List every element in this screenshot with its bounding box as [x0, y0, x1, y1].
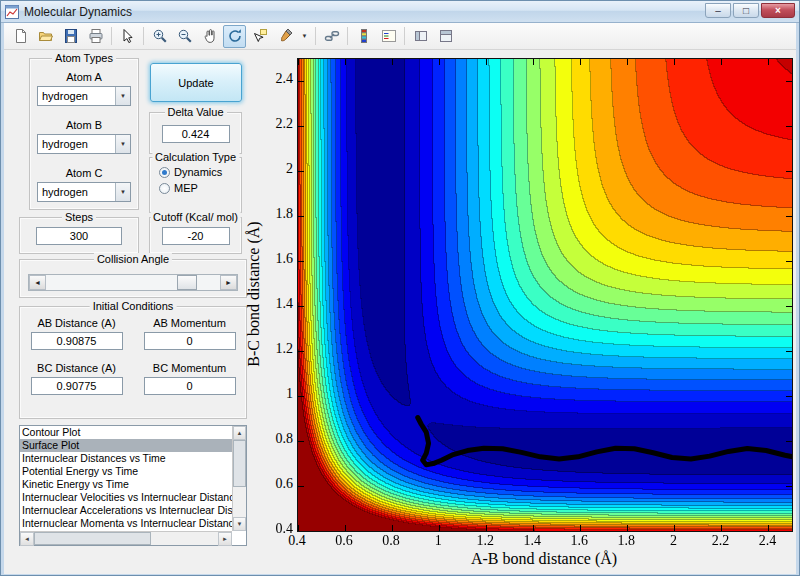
edit-plot-arrow-icon	[120, 28, 136, 44]
chevron-down-icon[interactable]: ▼	[115, 135, 130, 153]
list-item[interactable]: Surface Plot	[20, 439, 232, 452]
initial-conditions-panel: Initial Conditions AB Distance (A) AB Mo…	[19, 306, 247, 419]
legend-icon	[381, 28, 397, 44]
slider-thumb[interactable]	[177, 275, 197, 290]
delta-value-field[interactable]	[162, 125, 230, 143]
zoom-in-icon	[152, 28, 168, 44]
bc-momentum-field[interactable]	[144, 377, 236, 395]
pan-button[interactable]	[198, 25, 221, 48]
app-icon	[5, 5, 19, 19]
chevron-down-icon[interactable]: ▼	[115, 87, 130, 105]
atom-types-panel: Atom Types Atom A hydrogen ▼ Atom B hydr…	[29, 58, 139, 210]
edit-plot-button[interactable]	[116, 25, 139, 48]
window-title: Molecular Dynamics	[24, 5, 705, 19]
list-item[interactable]: Internuclear Accelerations vs Internucle…	[20, 504, 232, 517]
insert-legend-button[interactable]	[377, 25, 400, 48]
list-item[interactable]: Contour Plot	[20, 426, 232, 439]
figure-toolbar: ▼	[4, 23, 796, 50]
chevron-down-icon: ▼	[302, 33, 308, 39]
data-cursor-button[interactable]	[248, 25, 271, 48]
brush-button[interactable]	[273, 25, 296, 48]
radio-dot-icon	[159, 167, 170, 178]
x-tick-label: 1	[418, 533, 458, 549]
plot-type-list-items: Contour PlotSurface PlotInternuclear Dis…	[20, 426, 232, 531]
atom-a-select[interactable]: hydrogen ▼	[37, 86, 131, 106]
list-item[interactable]: Potential Energy vs Time	[20, 465, 232, 478]
zoom-in-button[interactable]	[148, 25, 171, 48]
slider-left-arrow-icon[interactable]: ◄	[29, 275, 46, 290]
y-tick-label: 2.2	[257, 116, 293, 132]
x-tick-label: 1.2	[465, 533, 505, 549]
radio-option-mep[interactable]: MEP	[159, 182, 241, 194]
pan-hand-icon	[202, 28, 218, 44]
list-item[interactable]: Internuclear Velocities vs Internuclear …	[20, 491, 232, 504]
contour-plot-canvas[interactable]	[297, 58, 793, 532]
radio-option-dynamics[interactable]: Dynamics	[159, 166, 241, 178]
data-cursor-icon	[252, 28, 268, 44]
maximize-button[interactable]: □	[733, 3, 759, 18]
link-plot-button[interactable]	[320, 25, 343, 48]
minimize-button[interactable]: –	[705, 3, 731, 18]
radio-dot-icon	[159, 183, 170, 194]
slider-track[interactable]	[46, 275, 220, 290]
scroll-right-arrow-icon[interactable]: ►	[218, 532, 232, 546]
steps-field[interactable]	[36, 227, 122, 245]
link-icon	[324, 28, 340, 44]
scroll-up-arrow-icon[interactable]: ▲	[233, 426, 246, 440]
print-button[interactable]	[84, 25, 107, 48]
scroll-left-arrow-icon[interactable]: ◄	[20, 532, 34, 546]
atom-b-value: hydrogen	[38, 135, 115, 153]
slider-right-arrow-icon[interactable]: ►	[220, 275, 237, 290]
hide-plot-tools-button[interactable]	[409, 25, 432, 48]
y-tick-label: 0.8	[257, 431, 293, 447]
toolbar-separator	[347, 27, 348, 45]
bc-distance-field[interactable]	[31, 377, 123, 395]
list-horizontal-scrollbar[interactable]: ◄ ►	[20, 531, 232, 545]
open-file-button[interactable]	[34, 25, 57, 48]
app-window: Molecular Dynamics – □ ×	[0, 0, 800, 576]
new-file-button[interactable]	[9, 25, 32, 48]
cutoff-field[interactable]	[162, 227, 230, 245]
dock-figure-button[interactable]	[434, 25, 457, 48]
list-vertical-scrollbar[interactable]: ▲ ▼	[232, 426, 246, 531]
x-axis-label: A-B bond distance (Å)	[471, 550, 617, 568]
radio-label: MEP	[174, 182, 198, 194]
toolbar-separator	[143, 27, 144, 45]
update-button[interactable]: Update	[150, 63, 242, 102]
atom-c-select[interactable]: hydrogen ▼	[37, 182, 131, 202]
atom-b-select[interactable]: hydrogen ▼	[37, 134, 131, 154]
x-tick-label: 0.8	[371, 533, 411, 549]
collision-angle-slider[interactable]: ◄ ►	[28, 274, 238, 291]
zoom-out-button[interactable]	[173, 25, 196, 48]
ab-distance-field[interactable]	[31, 332, 123, 350]
insert-colorbar-button[interactable]	[352, 25, 375, 48]
horizontal-scroll-thumb[interactable]	[34, 532, 151, 545]
save-button[interactable]	[59, 25, 82, 48]
list-item[interactable]: Internuclear Momenta vs Internuclear Dis…	[20, 517, 232, 530]
brush-options-dropdown[interactable]: ▼	[298, 25, 311, 48]
ab-momentum-field[interactable]	[144, 332, 236, 350]
vertical-scroll-thumb[interactable]	[233, 440, 246, 487]
y-tick-label: 2.4	[257, 71, 293, 87]
dock-figure-icon	[438, 28, 454, 44]
scroll-down-arrow-icon[interactable]: ▼	[233, 517, 246, 531]
print-icon	[88, 28, 104, 44]
rotate-3d-button[interactable]	[223, 25, 246, 48]
radio-label: Dynamics	[174, 166, 222, 178]
list-item[interactable]: Internuclear Distances vs Time	[20, 452, 232, 465]
close-button[interactable]: ×	[761, 3, 795, 18]
toolbar-separator	[111, 27, 112, 45]
list-item[interactable]: Kinetic Energy vs Time	[20, 478, 232, 491]
y-tick-label: 0.6	[257, 476, 293, 492]
open-folder-icon	[38, 28, 54, 44]
ab-distance-label: AB Distance (A)	[20, 317, 133, 329]
y-tick-label: 1.2	[257, 341, 293, 357]
titlebar[interactable]: Molecular Dynamics – □ ×	[1, 1, 799, 23]
panel-title: Atom Types	[52, 52, 116, 64]
chevron-down-icon[interactable]: ▼	[115, 183, 130, 201]
panel-title: Steps	[62, 211, 96, 223]
x-tick-label: 1.4	[512, 533, 552, 549]
atom-a-value: hydrogen	[38, 87, 115, 105]
y-tick-label: 1.8	[257, 206, 293, 222]
atom-a-label: Atom A	[30, 71, 138, 83]
